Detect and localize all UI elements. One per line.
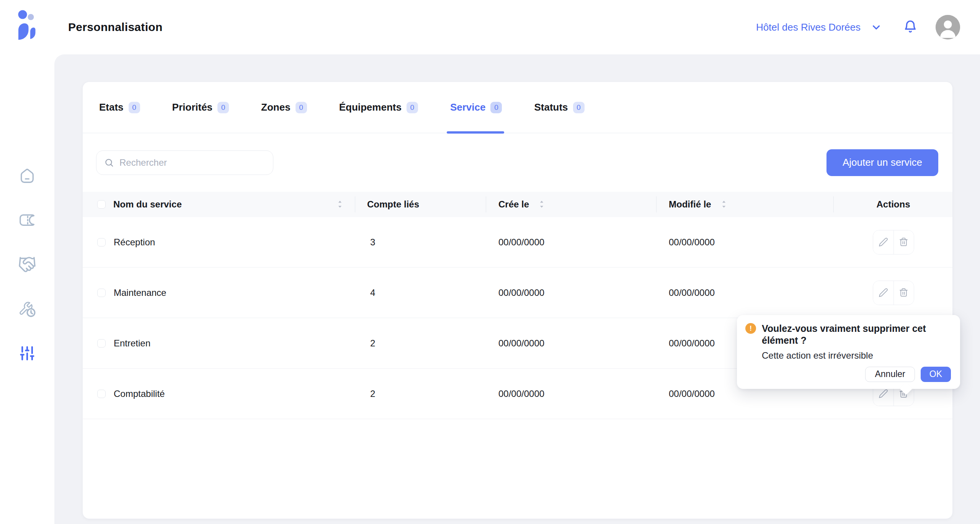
created-date: 00/00/0000 [486, 287, 656, 298]
search-input[interactable] [119, 157, 265, 168]
personalization-card: Etats 0 Priorités 0 Zones 0 Équipements … [82, 82, 953, 519]
sort-icon[interactable] [537, 199, 546, 209]
tab-count-badge: 0 [129, 102, 140, 113]
service-name: Maintenance [114, 287, 166, 298]
linked-accounts-value: 2 [355, 389, 486, 399]
top-bar: Personnalisation Hôtel des Rives Dorées [0, 0, 980, 54]
tab-label: Zones [261, 101, 291, 113]
add-service-button[interactable]: Ajouter un service [826, 149, 938, 176]
created-date: 00/00/0000 [486, 389, 656, 399]
service-name: Réception [114, 237, 155, 248]
user-avatar[interactable] [936, 15, 960, 39]
tab-equipements[interactable]: Équipements 0 [339, 82, 418, 133]
row-checkbox[interactable] [97, 238, 106, 246]
service-name: Comptabilité [114, 389, 165, 399]
modified-date: 00/00/0000 [656, 287, 833, 298]
top-bar-right: Hôtel des Rives Dorées [756, 0, 960, 54]
row-checkbox[interactable] [97, 339, 106, 348]
column-header-created[interactable]: Crée le [486, 192, 656, 217]
hotel-selector[interactable]: Hôtel des Rives Dorées [756, 21, 882, 33]
pencil-icon [879, 389, 888, 398]
settings-sliders-icon [19, 345, 36, 362]
tab-priorites[interactable]: Priorités 0 [172, 82, 229, 133]
bell-icon [903, 20, 918, 35]
warning-icon: ! [745, 323, 756, 334]
row-checkbox[interactable] [97, 390, 106, 398]
trash-icon [899, 288, 908, 297]
search-box [96, 150, 273, 175]
edit-button[interactable] [873, 281, 893, 305]
created-date: 00/00/0000 [486, 237, 656, 248]
delete-button[interactable] [893, 281, 914, 305]
delete-button[interactable] [893, 230, 914, 254]
tab-count-badge: 0 [407, 102, 418, 113]
linked-accounts-value: 4 [355, 287, 486, 298]
column-header-modified[interactable]: Modifié le [656, 192, 833, 217]
service-name: Entretien [114, 338, 150, 349]
handshake-icon [18, 255, 36, 274]
column-header-linked-accounts: Compte liés [355, 192, 486, 217]
cancel-button[interactable]: Annuler [865, 367, 915, 382]
row-actions [873, 230, 914, 255]
tab-etats[interactable]: Etats 0 [99, 82, 140, 133]
room-card-icon [18, 211, 36, 229]
column-header-label: Modifié le [669, 199, 711, 210]
sidebar [0, 54, 54, 524]
select-all-checkbox[interactable] [97, 200, 106, 209]
pencil-icon [879, 237, 888, 247]
tab-label: Service [450, 101, 486, 113]
column-header-label: Crée le [498, 199, 529, 210]
sidebar-item-personalization[interactable] [18, 344, 36, 362]
table-row: Maintenance 4 00/00/0000 00/00/0000 [83, 268, 952, 318]
delete-confirmation-popover: ! Voulez-vous vraiment supprimer cet élé… [737, 315, 960, 389]
pencil-icon [879, 288, 888, 297]
column-header-label: Compte liés [367, 199, 419, 210]
sort-icon[interactable] [336, 199, 344, 209]
tab-bar: Etats 0 Priorités 0 Zones 0 Équipements … [83, 82, 952, 133]
table-header: Nom du service Compte liés Crée le Modif… [83, 192, 952, 217]
tab-zones[interactable]: Zones 0 [261, 82, 307, 133]
tab-statuts[interactable]: Statuts 0 [534, 82, 584, 133]
chevron-down-icon [871, 21, 882, 33]
tab-count-badge: 0 [217, 102, 229, 113]
search-icon [104, 158, 114, 168]
edit-button[interactable] [873, 230, 893, 254]
modified-date: 00/00/0000 [656, 237, 833, 248]
sidebar-item-rooms[interactable] [18, 211, 36, 229]
tab-count-badge: 0 [573, 102, 585, 113]
trash-icon [899, 237, 908, 247]
notifications-button[interactable] [903, 20, 918, 35]
main-content: Etats 0 Priorités 0 Zones 0 Équipements … [54, 54, 980, 524]
sidebar-item-home[interactable] [18, 167, 36, 185]
tab-label: Etats [99, 101, 124, 113]
linked-accounts-value: 3 [355, 237, 486, 248]
tab-label: Priorités [172, 101, 213, 113]
row-checkbox[interactable] [97, 289, 106, 297]
app-logo[interactable] [18, 10, 36, 41]
table-toolbar: Ajouter un service [83, 133, 952, 192]
column-header-label: Nom du service [113, 199, 182, 210]
sidebar-item-partners[interactable] [18, 255, 36, 274]
table-row: Réception 3 00/00/0000 00/00/0000 [83, 217, 952, 268]
tab-count-badge: 0 [296, 102, 307, 113]
maintenance-clock-icon [18, 299, 37, 318]
column-header-name[interactable]: Nom du service [83, 192, 355, 217]
ok-button[interactable]: OK [921, 367, 951, 382]
tab-label: Statuts [534, 101, 568, 113]
linked-accounts-value: 2 [355, 338, 486, 349]
popover-message: Cette action est irréversible [762, 350, 951, 361]
sidebar-nav [0, 167, 54, 362]
tab-service[interactable]: Service 0 [450, 82, 502, 133]
page-title: Personnalisation [68, 0, 163, 54]
hotel-selector-label: Hôtel des Rives Dorées [756, 21, 861, 33]
sidebar-item-maintenance[interactable] [18, 300, 36, 318]
home-icon [18, 167, 36, 184]
popover-title: Voulez-vous vraiment supprimer cet éléme… [762, 323, 951, 347]
column-header-label: Actions [876, 199, 910, 210]
modified-date: 00/00/0000 [656, 389, 833, 399]
tab-count-badge: 0 [490, 102, 502, 113]
created-date: 00/00/0000 [486, 338, 656, 349]
column-header-actions: Actions [833, 192, 953, 217]
sort-icon[interactable] [720, 199, 728, 209]
tab-label: Équipements [339, 101, 402, 113]
